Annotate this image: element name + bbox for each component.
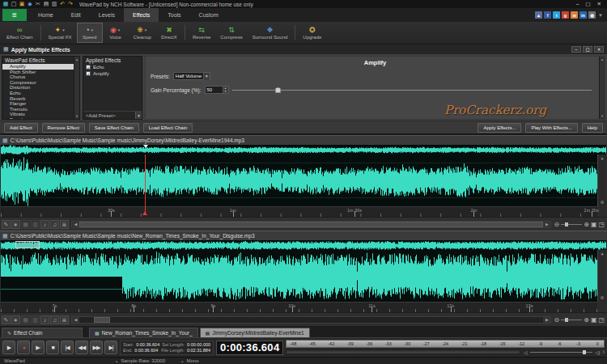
effect-item-amplify[interactable]: Amplify [2, 64, 79, 70]
special-fx-button[interactable]: ✦▼Special FX [44, 23, 77, 43]
list-icon[interactable]: ≣ [60, 315, 69, 324]
play-selection-button[interactable]: ▶· [32, 341, 45, 354]
speaker-icon[interactable]: ◁) [595, 349, 601, 355]
redo-icon[interactable]: ↷ [67, 1, 74, 7]
zoom-slider[interactable] [561, 317, 582, 323]
cleanup-button[interactable]: ❋▼Cleanup [129, 23, 156, 43]
amplify-panel-scrollbar[interactable]: ▲▼ [599, 57, 605, 119]
applied-effect-amplify[interactable]: ✓Amplify [83, 70, 142, 77]
effects-list-scrollbar[interactable]: ▲▼ [74, 57, 79, 119]
track-2-time-ruler[interactable]: 7s8s9s10s11s12s13s [1, 302, 597, 312]
add-preset-dropdown[interactable]: <Add Preset> ▼ [83, 111, 142, 119]
close-button[interactable]: ✕ [597, 1, 601, 7]
rewind-button[interactable]: ◀◀ [75, 341, 88, 354]
record-button[interactable]: ● [17, 341, 30, 354]
track-2-waveform[interactable] [1, 250, 597, 302]
doc-tab-new-roman-times-smoke-in-your-[interactable]: ▦New_Roman_Times_Smoke_In_Your_ [89, 328, 198, 337]
gain-slider[interactable] [232, 87, 592, 94]
chevron-down-icon[interactable]: ▼ [598, 13, 603, 18]
dot-handle-icon[interactable]: ● [601, 252, 604, 256]
googleplus-icon[interactable]: g [562, 11, 569, 19]
track-1-side-controls[interactable]: ● ⊕ [597, 154, 606, 206]
like-icon[interactable]: ▲ [535, 11, 542, 19]
scroll-right-icon[interactable]: ▶ [543, 222, 550, 227]
go-to-start-button[interactable]: |◀ [61, 341, 74, 354]
new-file-icon[interactable]: ▢ [11, 1, 17, 7]
spinner-icons[interactable]: ▲▼ [223, 87, 228, 93]
gain-percentage-input[interactable]: 50 ▲▼ [205, 86, 229, 94]
chevron-down-icon[interactable]: ▼ [135, 112, 142, 119]
fit-vertical-icon[interactable]: ⊕ [600, 294, 604, 300]
play-button[interactable]: ▶ [2, 341, 15, 354]
voice-button[interactable]: ◉▼Voice [103, 23, 129, 43]
chevron-down-icon[interactable]: ▼ [203, 73, 210, 80]
remove-effect-button[interactable]: Remove Effect [42, 123, 85, 133]
volume-slider-handle[interactable] [583, 350, 586, 354]
share-icon[interactable]: ◍ [588, 11, 596, 19]
scrollbar-thumb[interactable] [79, 222, 543, 227]
wordpress-icon[interactable]: w [571, 11, 578, 19]
volume-slider[interactable] [530, 349, 592, 355]
zoom-slider[interactable] [561, 222, 582, 227]
linkedin-icon[interactable]: in [579, 11, 587, 19]
checkbox-checked-icon[interactable]: ✓ [86, 65, 91, 70]
scrollbar-thumb[interactable] [94, 317, 110, 323]
facebook-icon[interactable]: f [544, 11, 551, 19]
copy-icon[interactable]: ▤ [43, 1, 49, 7]
bookmark-a-icon[interactable]: ♪ [40, 315, 49, 324]
menu-tab-home[interactable]: Home [29, 8, 62, 22]
overview-selection[interactable] [15, 241, 40, 248]
snap-icon[interactable]: ∗ [11, 315, 20, 324]
main-menu-button[interactable]: ≡ [2, 9, 27, 21]
maximize-button[interactable]: ▢ [585, 1, 590, 7]
twitter-icon[interactable]: t [553, 11, 560, 19]
effect-item-reverb[interactable]: Reverb [2, 96, 79, 102]
zoom-out-icon[interactable]: ⊖ [554, 221, 559, 228]
grid-b-icon[interactable]: ▥ [31, 220, 40, 229]
track-2-overview[interactable] [1, 240, 606, 250]
app-icon[interactable]: ▦ [2, 1, 9, 7]
scroll-left-icon[interactable]: ◀ [72, 317, 79, 323]
paste-icon[interactable]: ▥ [51, 1, 57, 7]
pencil-icon[interactable]: ✎ [2, 315, 11, 324]
scroll-right-icon[interactable]: ▶ [543, 317, 550, 323]
scroll-down-icon[interactable]: ▼ [601, 114, 604, 118]
track-1-overview[interactable] [1, 145, 606, 154]
effect-item-distortion[interactable]: Distortion [2, 85, 79, 91]
fit-vertical-icon[interactable]: ⊕ [600, 199, 604, 205]
effect-item-doppler[interactable]: Doppler [2, 117, 79, 119]
effect-item-pitch-shifter[interactable]: Pitch Shifter [2, 70, 79, 75]
open-file-icon[interactable]: ▣ [19, 1, 25, 7]
save-effect-chain-button[interactable]: Save Effect Chain [89, 123, 139, 133]
grid-a-icon[interactable]: ▦ [21, 315, 30, 324]
speaker-mute-icon[interactable]: ◁ [524, 349, 528, 355]
add-effect-button[interactable]: Add Effect [4, 123, 38, 133]
playhead-line[interactable] [145, 154, 146, 215]
scroll-left-icon[interactable]: ◀ [72, 222, 79, 227]
grid-b-icon[interactable]: ▥ [31, 315, 40, 324]
directx-button[interactable]: ✖DirectX [156, 23, 182, 43]
zoom-in-icon[interactable]: ⊕ [584, 221, 589, 228]
zoom-out-icon[interactable]: ⊖ [554, 316, 559, 324]
zoom-full-icon[interactable]: ▣ [591, 316, 597, 324]
snap-icon[interactable]: ∗ [11, 220, 20, 229]
fast-forward-button[interactable]: ▶▶ [90, 341, 103, 354]
scroll-up-icon[interactable]: ▲ [75, 57, 79, 61]
bookmark-b-icon[interactable]: ♫ [50, 315, 59, 324]
minimize-button[interactable]: – [576, 1, 579, 7]
zoom-in-icon[interactable]: ⊕ [584, 316, 589, 324]
track-2-hscrollbar[interactable]: ◀ ▶ [71, 316, 551, 324]
effect-item-flanger[interactable]: Flanger [2, 101, 79, 107]
doc-tab-effect-chain[interactable]: ✎Effect Chain [2, 328, 83, 337]
cut-icon[interactable]: ✂ [35, 1, 41, 7]
effect-item-vibrato[interactable]: Vibrato [2, 112, 79, 117]
zoom-selection-icon[interactable]: ◳ [598, 316, 605, 324]
surround-sound-button[interactable]: ❖Surround Sound [248, 23, 293, 43]
track-1-waveform[interactable] [1, 154, 597, 206]
zoom-selection-icon[interactable]: ◳ [598, 221, 605, 228]
panel-close-button[interactable]: ✕ [594, 46, 604, 53]
menu-tab-edit[interactable]: Edit [62, 8, 90, 22]
save-icon[interactable]: ◆ [27, 1, 33, 7]
checkbox-checked-icon[interactable]: ✓ [86, 71, 91, 76]
scroll-down-icon[interactable]: ▼ [75, 114, 79, 118]
